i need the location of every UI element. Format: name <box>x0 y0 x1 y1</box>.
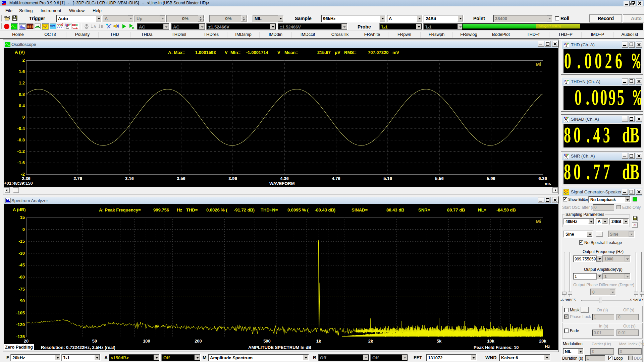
svg-text:A: A <box>94 25 96 28</box>
svg-text:P: P <box>567 79 569 82</box>
svg-text:%: % <box>633 86 641 110</box>
svg-text:P: P <box>567 154 569 156</box>
svg-text:%: % <box>632 50 640 73</box>
svg-text:dB: dB <box>622 124 639 147</box>
svg-text:DUT: DUT <box>50 24 55 27</box>
svg-text:DD: DD <box>72 23 76 26</box>
svg-text:0.0026: 0.0026 <box>564 49 622 73</box>
svg-text:80.43: 80.43 <box>564 124 610 147</box>
svg-text:P: P <box>69 23 71 26</box>
svg-text:80.77: 80.77 <box>564 161 610 184</box>
svg-text:B: B <box>101 25 103 28</box>
svg-text:888: 888 <box>27 25 34 29</box>
svg-text:P: P <box>567 43 569 45</box>
svg-text:dB: dB <box>622 161 639 184</box>
svg-text:0.0095: 0.0095 <box>575 86 624 110</box>
svg-text:C: C <box>76 23 78 26</box>
svg-text:P: P <box>567 117 569 119</box>
